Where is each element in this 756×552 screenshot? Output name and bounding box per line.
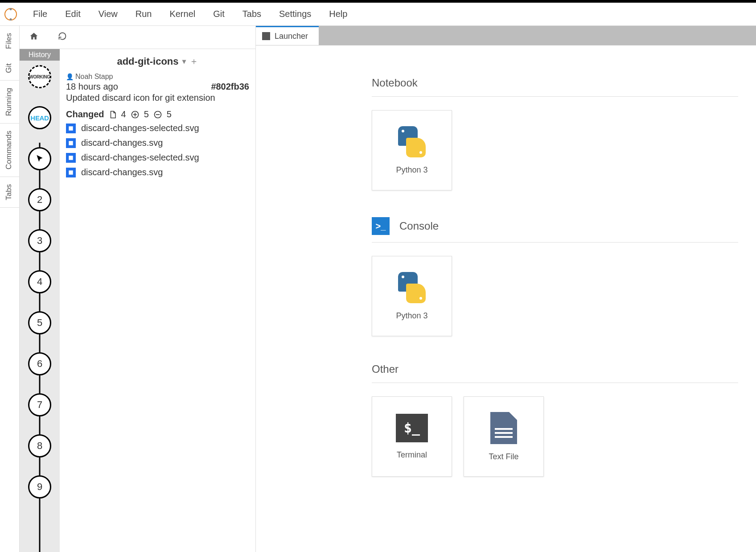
menu-help[interactable]: Help [321,5,355,23]
menu-view[interactable]: View [90,5,126,23]
changed-file[interactable]: discard-changes.svg [66,167,249,177]
changed-file[interactable]: discard-changes-selected.svg [66,123,249,133]
menu-tabs[interactable]: Tabs [234,5,269,23]
commit-message: Updated discard icon for git extension [66,92,249,109]
file-name: discard-changes.svg [81,138,163,148]
card-label: Terminal [397,450,427,460]
python-icon [396,126,427,157]
commit-author: 👤 Noah Stapp [66,73,249,81]
file-name: discard-changes.svg [81,167,163,177]
sidebar-tab-files[interactable]: Files [0,26,19,56]
node-working[interactable]: WORKING [28,65,51,88]
author-name: Noah Stapp [75,73,113,81]
card-label: Python 3 [396,165,427,175]
git-history-graph: History WORKING HEAD 2 3 4 5 6 7 8 9 [20,49,60,552]
plus-icon[interactable]: ＋ [189,55,198,67]
console-icon: >_ [372,217,390,235]
stat-insertions: 5 [144,109,149,119]
menu-git[interactable]: Git [205,5,233,23]
changed-files-list: discard-changes-selected.svg discard-cha… [66,123,249,177]
git-toolbar [20,26,255,49]
sidebar-tab-commands[interactable]: Commands [0,124,19,177]
sidebar-tab-running[interactable]: Running [0,81,19,124]
person-icon: 👤 [66,73,74,80]
node-cursor[interactable] [28,147,51,170]
file-icon [109,110,117,119]
plus-circle-icon [131,110,140,119]
python-icon [396,272,427,303]
textfile-icon [490,412,517,444]
section-label: Console [399,220,439,232]
branch-selector[interactable]: add-git-icons ▾ ＋ [66,49,249,73]
menu-file[interactable]: File [25,5,55,23]
node-8[interactable]: 8 [28,434,51,457]
git-commit-details: add-git-icons ▾ ＋ 👤 Noah Stapp 18 hours … [60,49,255,552]
svg-point-4 [70,157,70,157]
changed-file[interactable]: discard-changes-selected.svg [66,152,249,163]
node-2[interactable]: 2 [28,188,51,211]
stat-files: 4 [121,109,126,119]
svg-point-3 [70,142,70,143]
node-3[interactable]: 3 [28,229,51,252]
launcher-panel: Notebook Python 3 >_ Console [256,45,756,552]
menu-settings[interactable]: Settings [271,5,319,23]
card-terminal[interactable]: $_ Terminal [372,396,452,477]
changed-file[interactable]: discard-changes.svg [66,138,249,148]
node-6[interactable]: 6 [28,352,51,375]
image-file-icon [66,124,76,133]
node-9[interactable]: 9 [28,475,51,498]
image-file-icon [66,153,76,163]
node-head[interactable]: HEAD [28,106,51,129]
left-sidebar-tabs: Files Git Running Commands Tabs [0,26,20,552]
changed-stats: Changed 4 5 5 [66,109,249,123]
card-label: Python 3 [396,311,427,321]
section-console: >_ Console [372,208,738,243]
image-file-icon [66,138,76,148]
main-area: Launcher Notebook Python 3 >_ Console [256,26,756,552]
changed-label: Changed [66,109,104,119]
sidebar-tab-git[interactable]: Git [0,56,19,81]
section-notebook: Notebook [372,68,738,97]
launcher-icon [262,32,270,40]
section-label: Other [372,363,399,375]
card-label: Text File [489,452,518,461]
home-icon[interactable] [29,32,38,43]
card-textfile[interactable]: Text File [464,396,544,477]
node-7[interactable]: 7 [28,393,51,416]
sidebar-tab-tabs[interactable]: Tabs [0,177,19,208]
section-label: Notebook [372,77,418,89]
node-4[interactable]: 4 [28,270,51,293]
jupyter-logo-icon [4,8,17,21]
minus-circle-icon [153,110,162,119]
history-label: History [20,49,60,61]
menu-edit[interactable]: Edit [57,5,88,23]
svg-point-5 [70,171,70,172]
card-notebook-python3[interactable]: Python 3 [372,110,452,190]
card-console-python3[interactable]: Python 3 [372,256,452,336]
branch-name: add-git-icons [117,56,178,67]
refresh-icon[interactable] [58,32,67,43]
menu-kernel[interactable]: Kernel [161,5,203,23]
image-file-icon [66,168,76,177]
file-name: discard-changes-selected.svg [81,152,199,163]
git-panel: History WORKING HEAD 2 3 4 5 6 7 8 9 add… [20,26,256,552]
tab-label: Launcher [275,32,308,41]
svg-point-2 [70,127,70,128]
commit-time: 18 hours ago [66,82,118,92]
menu-run[interactable]: Run [127,5,160,23]
menu-bar: File Edit View Run Kernel Git Tabs Setti… [0,3,756,26]
commit-hash: #802fb36 [211,82,249,92]
file-name: discard-changes-selected.svg [81,123,199,133]
node-5[interactable]: 5 [28,311,51,334]
stat-deletions: 5 [167,109,172,119]
tab-strip: Launcher [256,26,756,45]
tab-launcher[interactable]: Launcher [256,26,319,45]
terminal-icon: $_ [396,414,428,442]
section-other: Other [372,354,738,383]
chevron-down-icon: ▾ [182,57,186,66]
